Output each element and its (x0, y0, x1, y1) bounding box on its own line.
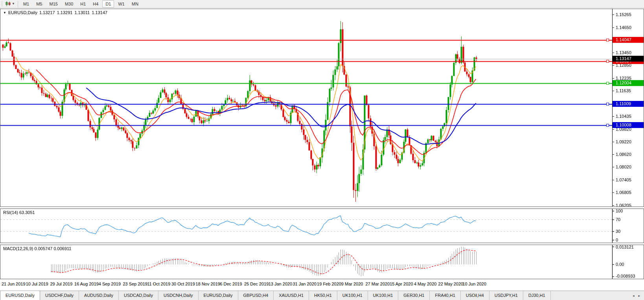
chart-tab-usdcnh-daily[interactable]: USDCNH,Daily (158, 291, 199, 300)
chart-tab-dj30-h1[interactable]: DJ30,H1 (523, 291, 551, 300)
rsi-indicator-panel: RSI(14) 63.3051 (0, 209, 644, 243)
candlestick-chart-icon[interactable]: ▼ (4, 1, 16, 7)
chart-symbol-label: EURUSD,Daily (8, 10, 37, 15)
date-tick-label: 29 Jul 2019 (50, 282, 72, 286)
date-tick-label: 6 Dec 2019 (220, 282, 242, 286)
bar-close-value: 1.13147 (92, 10, 107, 15)
chart-tab-xauusd-h1[interactable]: XAUUSD,H1 (274, 291, 309, 300)
macd-indicator-panel: MACD(12,26,9) 0.005747 0.006911 (0, 245, 644, 279)
date-tick-label: 19 Feb 2020 (317, 282, 341, 286)
rsi-canvas[interactable] (0, 209, 644, 243)
rsi-label: RSI(14) 63.3051 (3, 210, 35, 215)
date-tick-label: 31 Jan 2020 (293, 282, 316, 286)
date-tick-label: 13 Jan 2020 (269, 282, 293, 286)
bar-open-value: 1.13217 (39, 10, 55, 15)
bar-low-value: 1.13011 (74, 10, 90, 15)
date-tick-label: 10 Jun 2020 (462, 282, 486, 286)
chart-tab-eurusd-daily[interactable]: EURUSD,Daily (0, 291, 40, 300)
date-tick-label: 23 Sep 2019 (123, 282, 147, 286)
chart-tab-uk100-h1[interactable]: UK100,H1 (337, 291, 368, 300)
timeframe-button-m5[interactable]: M5 (33, 0, 45, 7)
chart-tab-bar: EURUSD,DailyUSDCHF,DailyAUDUSD,DailyUSDC… (0, 291, 644, 300)
timeframe-button-m15[interactable]: M15 (46, 0, 61, 7)
chart-tab-usdjpy-h1[interactable]: USDJPY,H1 (489, 291, 523, 300)
date-tick-label: 10 Jul 2019 (26, 282, 48, 286)
main-chart-panel: ▼ EURUSD,Daily 1.13217 1.13291 1.13011 1… (0, 9, 644, 207)
chart-tabs: EURUSD,DailyUSDCHF,DailyAUDUSD,DailyUSDC… (0, 291, 551, 300)
date-tick-label: 4 May 2020 (414, 282, 436, 286)
timeframe-button-m30[interactable]: M30 (62, 0, 76, 7)
date-tick-label: 11 Oct 2019 (147, 282, 170, 286)
timeframe-button-h4[interactable]: H4 (90, 0, 101, 7)
bar-high-value: 1.13291 (57, 10, 73, 15)
chart-tab-usoil-h4[interactable]: USOil,H4 (461, 291, 489, 300)
chevron-down-icon: ▼ (12, 2, 15, 5)
timeframe-button-mn[interactable]: MN (129, 0, 142, 7)
date-tick-label: 18 Nov 2019 (196, 282, 220, 286)
chart-tab-usdcad-daily[interactable]: USDCAD,Daily (119, 291, 158, 300)
date-tick-label: 16 Aug 2019 (74, 282, 99, 286)
price-chart-canvas[interactable] (0, 9, 644, 207)
date-tick-label: 22 May 2020 (438, 282, 464, 286)
timeframe-button-group: M1M5M15M30H1H4D1W1MN (20, 0, 142, 7)
macd-label: MACD(12,26,9) 0.005747 0.006911 (3, 246, 71, 251)
chart-title: ▼ EURUSD,Daily 1.13217 1.13291 1.13011 1… (3, 10, 107, 15)
chart-tab-gbpusd-h4[interactable]: GBPUSD,H4 (238, 291, 274, 300)
toolbar-separator (18, 1, 18, 7)
chart-tab-eurusd-daily[interactable]: EURUSD,Daily (199, 291, 238, 300)
date-tick-label: 30 Oct 2019 (171, 282, 195, 286)
macd-canvas[interactable] (0, 245, 644, 279)
chart-tab-usdchf-daily[interactable]: USDCHF,Daily (40, 291, 79, 300)
toolbar-grip[interactable] (1, 1, 3, 7)
date-tick-label: 15 Apr 2020 (390, 282, 413, 286)
chart-menu-icon[interactable]: ▼ (3, 11, 6, 15)
chart-tab-ger30-h1[interactable]: GER30,H1 (398, 291, 430, 300)
timeframe-button-w1[interactable]: W1 (115, 0, 128, 7)
date-tick-label: 21 Jun 2019 (2, 282, 26, 286)
timeframe-button-h1[interactable]: H1 (77, 0, 89, 7)
chart-tab-fra40-h1[interactable]: FRA40,H1 (430, 291, 460, 300)
top-toolbar: ▼ M1M5M15M30H1H4D1W1MN (0, 0, 644, 8)
time-axis: 21 Jun 201910 Jul 201929 Jul 201916 Aug … (0, 280, 644, 291)
timeframe-button-m1[interactable]: M1 (20, 0, 32, 7)
date-tick-label: 9 Mar 2020 (341, 282, 363, 286)
tab-scroll-controls: ◂ ▸ (629, 291, 644, 300)
timeframe-button-d1[interactable]: D1 (102, 0, 114, 7)
date-tick-label: 27 Mar 2020 (366, 282, 390, 286)
scroll-right-icon[interactable]: ▸ (638, 294, 640, 298)
date-tick-label: 25 Dec 2019 (244, 282, 269, 286)
candlestick-chart-icon (6, 1, 11, 6)
scroll-left-icon[interactable]: ◂ (633, 294, 635, 298)
chart-tab-hk50-h1[interactable]: HK50,H1 (309, 291, 337, 300)
chart-tab-uk100-h1[interactable]: UK100,H1 (368, 291, 399, 300)
date-tick-label: 4 Sep 2019 (99, 282, 121, 286)
chart-tab-audusd-daily[interactable]: AUDUSD,Daily (79, 291, 119, 300)
